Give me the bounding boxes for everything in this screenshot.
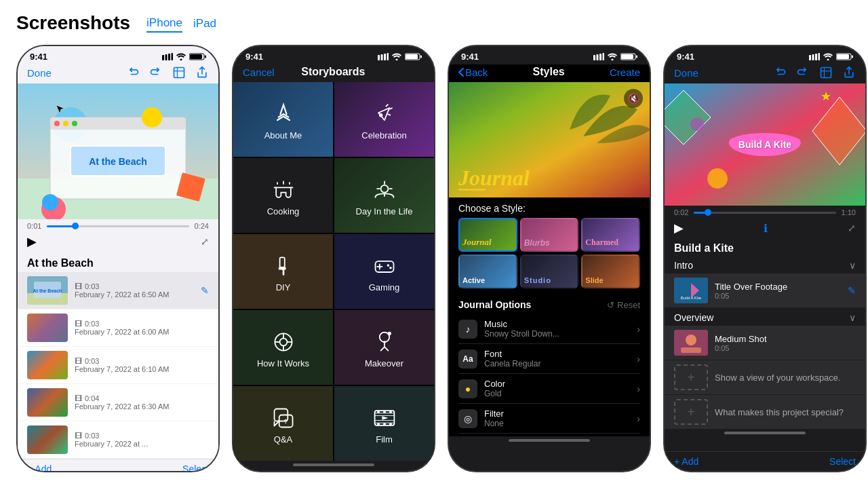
clip-item-4[interactable]: 🎞 0:03 February 7, 2022 at ... bbox=[18, 421, 218, 458]
tl-bar-4[interactable] bbox=[694, 212, 835, 214]
share-icon[interactable] bbox=[195, 66, 209, 79]
svg-rect-49 bbox=[279, 257, 284, 267]
redo-icon-4[interactable] bbox=[796, 66, 810, 79]
clip-item-2[interactable]: 🎞 0:03 February 7, 2022 at 6:10 AM bbox=[18, 347, 218, 383]
clip-row-wide-shot[interactable]: + Show a view of your workspace. bbox=[665, 360, 865, 394]
option-color-arrow: › bbox=[637, 383, 640, 394]
clip-row-medium-shot[interactable]: Medium Shot 0:05 bbox=[665, 326, 865, 360]
play-button-1[interactable]: ▶ bbox=[27, 234, 37, 249]
phone4-controls: ▶ ℹ ⤢ bbox=[665, 219, 865, 240]
crop-icon-4[interactable] bbox=[819, 66, 833, 79]
storyboard-item-about-me[interactable]: About Me bbox=[233, 82, 333, 157]
status-icons-1 bbox=[162, 53, 206, 60]
create-button-3[interactable]: Create bbox=[610, 67, 640, 78]
mute-icon-3[interactable]: 🔇 bbox=[624, 89, 643, 108]
style-journal[interactable]: Journal bbox=[458, 218, 517, 252]
storyboard-item-gaming[interactable]: Gaming bbox=[334, 234, 434, 309]
option-music[interactable]: ♪ Music Snowy Stroll Down... › bbox=[458, 314, 640, 344]
day-in-life-icon bbox=[372, 178, 397, 202]
svg-point-17 bbox=[63, 121, 68, 126]
option-filter[interactable]: ◎ Filter None › bbox=[458, 404, 640, 434]
status-bar-3: 9:41 bbox=[449, 46, 650, 64]
storyboard-item-cooking[interactable]: Cooking bbox=[233, 158, 333, 233]
section-header-intro[interactable]: Intro ∨ bbox=[665, 256, 865, 273]
share-icon-4[interactable] bbox=[842, 66, 856, 79]
style-slide[interactable]: Slide bbox=[581, 254, 640, 288]
svg-rect-73 bbox=[374, 413, 394, 415]
journal-title: Journal bbox=[458, 166, 530, 191]
info-icon-4[interactable]: ℹ bbox=[764, 222, 768, 235]
option-font[interactable]: Aa Font Canela Regular › bbox=[458, 344, 640, 374]
back-button-3[interactable]: Back bbox=[458, 67, 488, 78]
phone3-nav-title: Styles bbox=[533, 66, 565, 78]
video-icon-0: 🎞 bbox=[75, 282, 82, 290]
storyboard-item-makeover[interactable]: Makeover bbox=[334, 310, 434, 385]
storyboard-item-how-it-works[interactable]: How It Works bbox=[233, 310, 333, 385]
phone4-bottom-bar: + Add Select bbox=[665, 451, 865, 471]
storyboard-item-celebration[interactable]: Celebration bbox=[334, 82, 434, 157]
time-end-1: 0:24 bbox=[195, 222, 209, 230]
clip-row-medium-shot-2[interactable]: + What makes this project special? bbox=[665, 395, 865, 429]
select-button-1[interactable]: Select bbox=[182, 463, 209, 472]
svg-rect-2 bbox=[168, 54, 170, 60]
tab-iphone[interactable]: iPhone bbox=[146, 16, 182, 33]
crop-icon[interactable] bbox=[172, 66, 186, 79]
status-bar-4: 9:41 bbox=[665, 46, 865, 64]
clip-edit-title-footage[interactable]: ✎ bbox=[848, 285, 856, 296]
section-header-overview[interactable]: Overview ∨ bbox=[665, 308, 865, 326]
select-button-4[interactable]: Select bbox=[829, 456, 856, 467]
tab-ipad[interactable]: iPad bbox=[193, 16, 216, 33]
done-button-4[interactable]: Done bbox=[674, 67, 698, 79]
home-indicator-4 bbox=[724, 432, 806, 434]
svg-point-16 bbox=[54, 121, 60, 126]
clip-item-0[interactable]: At the Beach 🎞 0:03 February 7, 2022 at … bbox=[18, 272, 218, 309]
section-chevron-intro: ∨ bbox=[849, 260, 856, 271]
clip-edit-0[interactable]: ✎ bbox=[201, 285, 209, 296]
svg-rect-74 bbox=[374, 420, 394, 423]
svg-rect-7 bbox=[205, 56, 206, 58]
clip-thumb-0: At the Beach bbox=[27, 276, 68, 305]
fullscreen-icon-4[interactable]: ⤢ bbox=[848, 223, 856, 233]
svg-point-65 bbox=[383, 341, 386, 343]
fullscreen-icon-1[interactable]: ⤢ bbox=[201, 236, 209, 247]
add-clip-icon-wide[interactable]: + bbox=[674, 364, 708, 390]
undo-icon[interactable] bbox=[126, 66, 140, 79]
svg-line-38 bbox=[385, 104, 388, 107]
options-reset-button[interactable]: ↺ Reset bbox=[607, 300, 640, 310]
style-blurbs[interactable]: Blurbs bbox=[520, 218, 579, 252]
add-button-1[interactable]: + Add bbox=[27, 463, 52, 472]
cancel-button-2[interactable]: Cancel bbox=[243, 67, 275, 78]
storyboard-item-film[interactable]: Film bbox=[334, 386, 434, 461]
redo-icon[interactable] bbox=[149, 66, 163, 79]
style-charmed[interactable]: Charmed bbox=[581, 218, 640, 252]
clip-item-3[interactable]: 🎞 0:04 February 7, 2022 at 6:30 AM bbox=[18, 384, 218, 421]
section-label-overview: Overview bbox=[674, 312, 713, 323]
add-clip-icon-medium2[interactable]: + bbox=[674, 399, 708, 425]
phone1-timeline[interactable]: 0:01 0:24 bbox=[18, 219, 218, 233]
svg-point-33 bbox=[396, 59, 398, 61]
undo-icon-4[interactable] bbox=[773, 66, 787, 79]
clip-thumb-3 bbox=[27, 388, 68, 417]
style-studio[interactable]: Studio bbox=[520, 254, 579, 288]
clip-desc-wide: Show a view of your workspace. bbox=[715, 373, 841, 383]
style-label-active: Active bbox=[462, 276, 485, 284]
svg-text:At the Beach: At the Beach bbox=[89, 156, 147, 167]
phone4-timeline[interactable]: 0:02 1:10 bbox=[665, 206, 865, 219]
timeline-bar-1[interactable] bbox=[47, 225, 189, 227]
done-button-1[interactable]: Done bbox=[27, 67, 52, 79]
play-button-4[interactable]: ▶ bbox=[674, 221, 684, 235]
clip-row-title-footage[interactable]: Build A Kite Title Over Footage 0:05 ✎ bbox=[665, 273, 865, 307]
option-music-val: Snowy Stroll Down... bbox=[484, 329, 630, 339]
style-active[interactable]: Active bbox=[458, 254, 517, 288]
storyboard-item-day-in-the-life[interactable]: Day In the Life bbox=[334, 158, 434, 233]
storyboard-item-diy[interactable]: DIY bbox=[233, 234, 333, 309]
svg-rect-80 bbox=[389, 423, 392, 425]
clip-item-1[interactable]: 🎞 0:03 February 7, 2022 at 6:00 AM bbox=[18, 309, 218, 346]
option-font-arrow: › bbox=[637, 354, 640, 364]
phone2-navbar: Cancel Storyboards bbox=[233, 64, 434, 82]
option-color[interactable]: ● Color Gold › bbox=[458, 374, 640, 404]
storyboard-item-qa[interactable]: ? Q&A bbox=[233, 386, 333, 461]
add-button-4[interactable]: + Add bbox=[674, 456, 698, 467]
option-filter-key: Filter bbox=[484, 409, 630, 419]
svg-point-37 bbox=[378, 113, 382, 117]
